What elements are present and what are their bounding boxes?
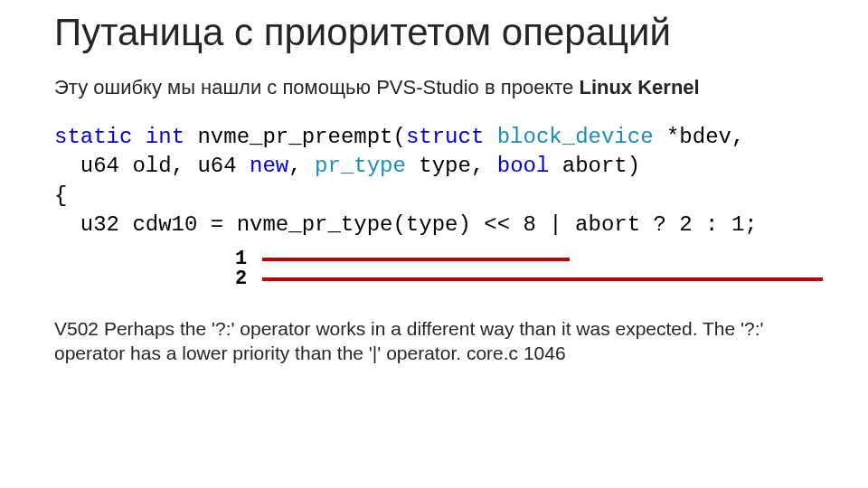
type-block-device: block_device bbox=[497, 125, 654, 149]
code-brace-open: { bbox=[54, 183, 67, 208]
kw-int: int bbox=[146, 125, 184, 149]
diagnostic-text: V502 Perhaps the '?:' operator works in … bbox=[54, 316, 825, 366]
code-sp1 bbox=[484, 125, 496, 149]
code-fn: nvme_pr_preempt( bbox=[184, 125, 406, 149]
code-l2-mid: , bbox=[288, 154, 315, 178]
priority-bar-2 bbox=[262, 277, 823, 281]
priority-bar-1 bbox=[262, 258, 570, 261]
annot-row-1: 1 bbox=[235, 249, 825, 269]
code-block: static int nvme_pr_preempt(struct block_… bbox=[54, 123, 825, 240]
slide: Путаница с приоритетом операций Эту ошиб… bbox=[0, 0, 868, 488]
slide-subtitle: Эту ошибку мы нашли с помощью PVS-Studio… bbox=[54, 76, 825, 99]
kw-struct: struct bbox=[406, 125, 484, 149]
code-body: u32 cdw10 = nvme_pr_type(type) << 8 | ab… bbox=[54, 212, 758, 237]
code-l1-tail: *bdev, bbox=[654, 125, 745, 149]
code-l2-pre: u64 old, u64 bbox=[54, 154, 250, 178]
kw-new: new bbox=[250, 154, 288, 178]
code-l2-tail: abort) bbox=[549, 154, 640, 178]
subtitle-text: Эту ошибку мы нашли с помощью PVS-Studio… bbox=[54, 76, 579, 99]
kw-static: static bbox=[54, 125, 132, 149]
type-pr-type: pr_type bbox=[315, 154, 406, 178]
kw-bool: bool bbox=[497, 154, 550, 178]
subtitle-bold: Linux Kernel bbox=[579, 76, 699, 99]
annot-num-2: 2 bbox=[235, 267, 251, 290]
annot-row-2: 2 bbox=[235, 269, 825, 289]
priority-annotation: 1 2 bbox=[235, 249, 825, 289]
code-l2-mid2: type, bbox=[406, 154, 497, 178]
slide-title: Путаница с приоритетом операций bbox=[54, 11, 825, 54]
